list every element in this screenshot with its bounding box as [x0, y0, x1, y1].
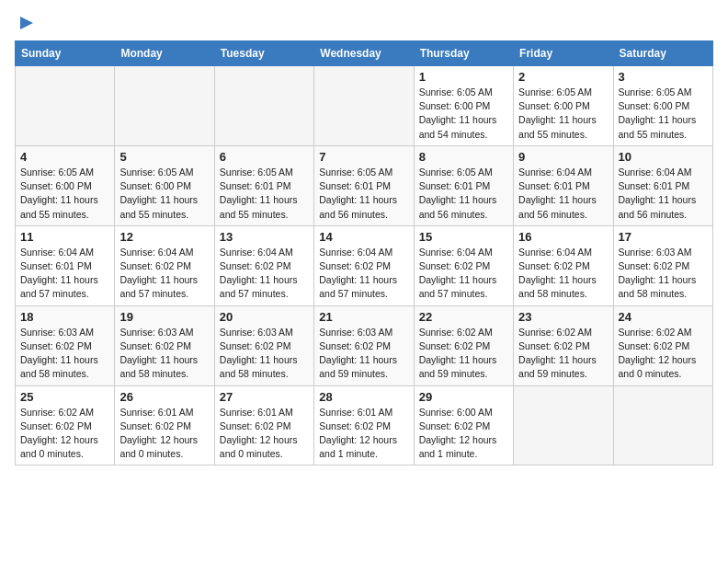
day-detail: Sunrise: 6:03 AM Sunset: 6:02 PM Dayligh…: [20, 326, 109, 382]
day-detail: Sunrise: 6:03 AM Sunset: 6:02 PM Dayligh…: [119, 326, 209, 382]
day-number: 24: [619, 310, 708, 324]
calendar-week-row: 11Sunrise: 6:04 AM Sunset: 6:01 PM Dayli…: [16, 225, 713, 305]
weekday-header-monday: Monday: [115, 41, 214, 66]
calendar-cell: 15Sunrise: 6:04 AM Sunset: 6:02 PM Dayli…: [414, 225, 513, 305]
day-number: 12: [119, 230, 209, 244]
day-number: 3: [619, 70, 708, 84]
day-number: 28: [319, 390, 408, 404]
calendar-cell: 1Sunrise: 6:05 AM Sunset: 6:00 PM Daylig…: [414, 66, 513, 146]
day-number: 22: [419, 310, 508, 324]
day-number: 6: [220, 150, 309, 164]
weekday-header-sunday: Sunday: [16, 41, 115, 66]
day-number: 7: [319, 150, 408, 164]
calendar-cell: 28Sunrise: 6:01 AM Sunset: 6:02 PM Dayli…: [314, 385, 414, 465]
calendar-week-row: 18Sunrise: 6:03 AM Sunset: 6:02 PM Dayli…: [16, 305, 713, 385]
day-detail: Sunrise: 6:04 AM Sunset: 6:02 PM Dayligh…: [220, 246, 309, 302]
weekday-header-tuesday: Tuesday: [214, 41, 313, 66]
calendar-cell: [16, 66, 115, 146]
logo-arrow-icon: [17, 13, 37, 33]
calendar-cell: 27Sunrise: 6:01 AM Sunset: 6:02 PM Dayli…: [214, 385, 313, 465]
day-number: 29: [419, 390, 508, 404]
logo: [15, 15, 37, 33]
day-detail: Sunrise: 6:04 AM Sunset: 6:01 PM Dayligh…: [619, 166, 708, 222]
day-number: 9: [518, 150, 608, 164]
day-detail: Sunrise: 6:05 AM Sunset: 6:01 PM Dayligh…: [220, 166, 309, 222]
day-detail: Sunrise: 6:05 AM Sunset: 6:00 PM Dayligh…: [518, 86, 608, 142]
svg-marker-0: [20, 17, 33, 29]
calendar-cell: 7Sunrise: 6:05 AM Sunset: 6:01 PM Daylig…: [314, 145, 414, 225]
calendar-cell: 16Sunrise: 6:04 AM Sunset: 6:02 PM Dayli…: [514, 225, 613, 305]
day-number: 13: [220, 230, 309, 244]
calendar-cell: 4Sunrise: 6:05 AM Sunset: 6:00 PM Daylig…: [16, 145, 115, 225]
calendar-cell: 14Sunrise: 6:04 AM Sunset: 6:02 PM Dayli…: [314, 225, 414, 305]
calendar-cell: 10Sunrise: 6:04 AM Sunset: 6:01 PM Dayli…: [613, 145, 712, 225]
calendar-table: SundayMondayTuesdayWednesdayThursdayFrid…: [15, 40, 713, 465]
day-number: 21: [319, 310, 408, 324]
day-detail: Sunrise: 6:02 AM Sunset: 6:02 PM Dayligh…: [20, 406, 109, 462]
day-number: 19: [119, 310, 209, 324]
day-number: 11: [20, 230, 109, 244]
day-number: 8: [419, 150, 508, 164]
day-number: 27: [220, 390, 309, 404]
day-detail: Sunrise: 6:05 AM Sunset: 6:00 PM Dayligh…: [619, 86, 708, 142]
day-number: 2: [518, 70, 608, 84]
day-detail: Sunrise: 6:05 AM Sunset: 6:01 PM Dayligh…: [319, 166, 408, 222]
day-detail: Sunrise: 6:01 AM Sunset: 6:02 PM Dayligh…: [220, 406, 309, 462]
calendar-week-row: 25Sunrise: 6:02 AM Sunset: 6:02 PM Dayli…: [16, 385, 713, 465]
day-detail: Sunrise: 6:04 AM Sunset: 6:02 PM Dayligh…: [518, 246, 608, 302]
calendar-cell: 22Sunrise: 6:02 AM Sunset: 6:02 PM Dayli…: [414, 305, 513, 385]
calendar-cell: 9Sunrise: 6:04 AM Sunset: 6:01 PM Daylig…: [514, 145, 613, 225]
day-number: 4: [20, 150, 109, 164]
day-detail: Sunrise: 6:02 AM Sunset: 6:02 PM Dayligh…: [419, 326, 508, 382]
calendar-cell: [613, 385, 712, 465]
day-detail: Sunrise: 6:02 AM Sunset: 6:02 PM Dayligh…: [518, 326, 608, 382]
day-detail: Sunrise: 6:03 AM Sunset: 6:02 PM Dayligh…: [220, 326, 309, 382]
day-number: 10: [619, 150, 708, 164]
calendar-week-row: 4Sunrise: 6:05 AM Sunset: 6:00 PM Daylig…: [16, 145, 713, 225]
calendar-cell: 11Sunrise: 6:04 AM Sunset: 6:01 PM Dayli…: [16, 225, 115, 305]
day-number: 23: [518, 310, 608, 324]
calendar-cell: 26Sunrise: 6:01 AM Sunset: 6:02 PM Dayli…: [115, 385, 214, 465]
day-number: 20: [220, 310, 309, 324]
day-number: 16: [518, 230, 608, 244]
calendar-cell: 23Sunrise: 6:02 AM Sunset: 6:02 PM Dayli…: [514, 305, 613, 385]
calendar-cell: 20Sunrise: 6:03 AM Sunset: 6:02 PM Dayli…: [214, 305, 313, 385]
day-detail: Sunrise: 6:01 AM Sunset: 6:02 PM Dayligh…: [319, 406, 408, 462]
weekday-header-friday: Friday: [514, 41, 613, 66]
day-number: 26: [119, 390, 209, 404]
calendar-cell: 2Sunrise: 6:05 AM Sunset: 6:00 PM Daylig…: [514, 66, 613, 146]
day-detail: Sunrise: 6:01 AM Sunset: 6:02 PM Dayligh…: [119, 406, 209, 462]
day-number: 1: [419, 70, 508, 84]
calendar-cell: 29Sunrise: 6:00 AM Sunset: 6:02 PM Dayli…: [414, 385, 513, 465]
calendar-cell: [214, 66, 313, 146]
calendar-cell: 18Sunrise: 6:03 AM Sunset: 6:02 PM Dayli…: [16, 305, 115, 385]
calendar-cell: [115, 66, 214, 146]
calendar-cell: 19Sunrise: 6:03 AM Sunset: 6:02 PM Dayli…: [115, 305, 214, 385]
weekday-header-saturday: Saturday: [613, 41, 712, 66]
day-number: 18: [20, 310, 109, 324]
day-detail: Sunrise: 6:05 AM Sunset: 6:01 PM Dayligh…: [419, 166, 508, 222]
calendar-cell: 25Sunrise: 6:02 AM Sunset: 6:02 PM Dayli…: [16, 385, 115, 465]
day-detail: Sunrise: 6:05 AM Sunset: 6:00 PM Dayligh…: [419, 86, 508, 142]
calendar-cell: [314, 66, 414, 146]
day-detail: Sunrise: 6:04 AM Sunset: 6:01 PM Dayligh…: [20, 246, 109, 302]
weekday-header-wednesday: Wednesday: [314, 41, 414, 66]
day-number: 25: [20, 390, 109, 404]
day-detail: Sunrise: 6:02 AM Sunset: 6:02 PM Dayligh…: [619, 326, 708, 382]
calendar-cell: 8Sunrise: 6:05 AM Sunset: 6:01 PM Daylig…: [414, 145, 513, 225]
day-detail: Sunrise: 6:04 AM Sunset: 6:02 PM Dayligh…: [319, 246, 408, 302]
day-detail: Sunrise: 6:04 AM Sunset: 6:02 PM Dayligh…: [419, 246, 508, 302]
calendar-cell: 21Sunrise: 6:03 AM Sunset: 6:02 PM Dayli…: [314, 305, 414, 385]
day-detail: Sunrise: 6:03 AM Sunset: 6:02 PM Dayligh…: [619, 246, 708, 302]
day-number: 5: [119, 150, 209, 164]
calendar-cell: 13Sunrise: 6:04 AM Sunset: 6:02 PM Dayli…: [214, 225, 313, 305]
day-number: 17: [619, 230, 708, 244]
day-number: 14: [319, 230, 408, 244]
calendar-cell: [514, 385, 613, 465]
header: [15, 15, 713, 33]
day-detail: Sunrise: 6:05 AM Sunset: 6:00 PM Dayligh…: [119, 166, 209, 222]
weekday-header-thursday: Thursday: [414, 41, 513, 66]
calendar-cell: 3Sunrise: 6:05 AM Sunset: 6:00 PM Daylig…: [613, 66, 712, 146]
calendar-cell: 24Sunrise: 6:02 AM Sunset: 6:02 PM Dayli…: [613, 305, 712, 385]
day-detail: Sunrise: 6:00 AM Sunset: 6:02 PM Dayligh…: [419, 406, 508, 462]
